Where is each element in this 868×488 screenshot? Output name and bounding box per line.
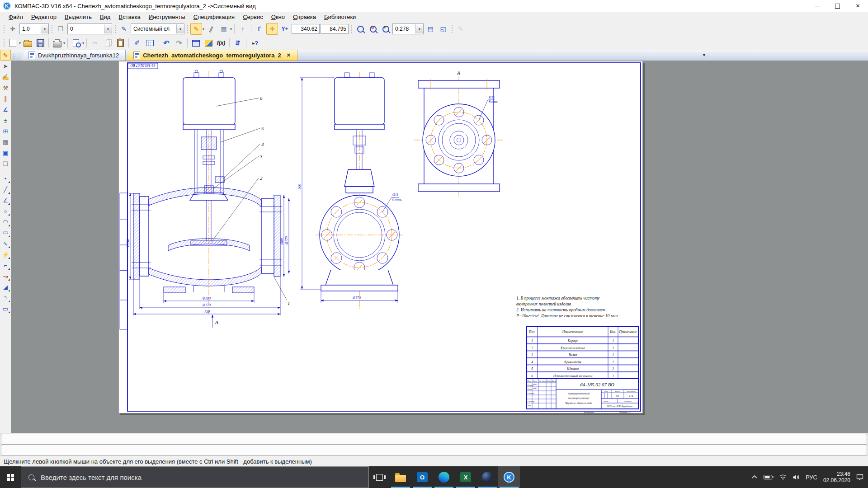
point-tool[interactable]: • xyxy=(0,173,11,184)
dimensions-panel-button[interactable]: ➤ xyxy=(0,61,11,71)
geometry-panel-button[interactable]: ✎ xyxy=(0,50,11,61)
spline-tool[interactable]: ∿ xyxy=(0,238,11,249)
redo-button[interactable] xyxy=(173,37,185,49)
context-help-button[interactable]: ? xyxy=(249,37,260,49)
chevron-down-icon[interactable]: ▾ xyxy=(82,41,84,45)
chevron-down-icon[interactable]: ▾ xyxy=(19,41,21,45)
menu-item[interactable]: Справка xyxy=(289,13,320,21)
toolbar-grip[interactable] xyxy=(350,25,353,33)
cut-button[interactable] xyxy=(89,37,101,49)
line-segment-tool[interactable]: ╱ xyxy=(0,184,11,195)
y-coordinate-field[interactable]: 84.795 xyxy=(321,24,349,34)
menu-item[interactable]: Окно xyxy=(267,13,289,21)
zoom-in-icon[interactable]: + xyxy=(380,23,392,35)
taskbar-app-button[interactable]: K xyxy=(498,466,520,488)
maximize-button[interactable] xyxy=(827,0,848,12)
taskbar-app-button[interactable] xyxy=(476,466,498,488)
battery-icon[interactable] xyxy=(764,474,774,480)
parametrization-panel-button[interactable]: ∥ xyxy=(0,93,11,104)
document-tab[interactable]: Chertezh_avtomaticheskogo_termoregulyato… xyxy=(126,50,297,61)
toolbar-grip[interactable] xyxy=(451,25,453,33)
taskbar-app-button[interactable] xyxy=(433,466,455,488)
open-button[interactable] xyxy=(22,37,33,49)
viewports-panel-button[interactable]: ⊞ xyxy=(0,126,11,136)
menu-item[interactable]: Выделить xyxy=(61,13,96,21)
menu-item[interactable]: Спецификация xyxy=(189,13,239,21)
chevron-down-icon[interactable]: ▾ xyxy=(176,24,184,33)
menu-item[interactable]: Вставка xyxy=(114,13,144,21)
circle-tool[interactable]: ○ xyxy=(0,206,11,216)
renumber-button[interactable] xyxy=(232,37,244,49)
variables-fx-button[interactable]: f(x) xyxy=(215,37,227,49)
speaker-icon[interactable] xyxy=(793,474,800,480)
round-coords-button[interactable]: Y+ xyxy=(279,23,291,35)
continuous-line-tool[interactable]: ⌐ xyxy=(0,260,11,271)
tabbar-grip[interactable] xyxy=(11,52,21,61)
save-button[interactable] xyxy=(34,37,46,49)
fillet-tool[interactable]: ◝ xyxy=(0,292,11,303)
snap-settings-button[interactable] xyxy=(266,23,278,35)
menu-item[interactable]: Сервис xyxy=(239,13,267,21)
auto-line-tool[interactable]: ⚡ xyxy=(0,249,11,260)
zoom-pan-icon[interactable] xyxy=(354,23,366,35)
insert-panel-button[interactable]: ❏ xyxy=(0,158,11,169)
taskbar-search-input[interactable]: Введите здесь текст для поиска xyxy=(21,466,369,488)
hatch-style-icon[interactable] xyxy=(205,23,217,35)
library-manager-button[interactable] xyxy=(203,37,214,49)
step-combo[interactable]: 1.0 ▾ xyxy=(19,23,49,34)
toolbar-grip[interactable] xyxy=(114,25,116,33)
x-coordinate-field[interactable]: 340.62 xyxy=(292,24,320,34)
taskbar-app-button[interactable] xyxy=(390,466,411,488)
grid-icon[interactable] xyxy=(218,23,230,35)
polyline-tool[interactable]: ∠ xyxy=(0,195,11,206)
toolbar-grip[interactable] xyxy=(51,25,53,33)
view-style-icon[interactable] xyxy=(118,23,130,35)
show-all-icon[interactable] xyxy=(437,23,449,35)
toolbar-grip[interactable] xyxy=(3,25,5,33)
filter-icon[interactable] xyxy=(455,23,467,35)
start-button[interactable] xyxy=(0,466,21,488)
menu-item[interactable]: Файл xyxy=(5,13,27,21)
layers-icon[interactable] xyxy=(55,23,66,35)
document-tab[interactable]: Dvukhpruzhinnaya_forsunka12 xyxy=(21,50,126,61)
local-cs-button[interactable]: Г xyxy=(254,23,265,35)
taskbar-app-button[interactable]: O xyxy=(411,466,433,488)
chevron-down-icon[interactable]: ▾ xyxy=(230,27,232,31)
selection-panel-button[interactable]: ± xyxy=(0,115,11,126)
measure-panel-button[interactable]: ∡ xyxy=(0,104,11,115)
arc-tool[interactable]: ◠ xyxy=(0,216,11,227)
menu-item[interactable]: Вид xyxy=(96,13,115,21)
view-combo[interactable]: Системный сл ▾ xyxy=(131,23,184,34)
line-style-button[interactable] xyxy=(190,23,202,35)
undo-button[interactable] xyxy=(160,37,172,49)
rectangle-tool[interactable]: ▭ xyxy=(0,303,11,314)
zoom-combo[interactable]: 0.278 ▾ xyxy=(392,23,424,34)
designations-panel-button[interactable]: ✍ xyxy=(0,71,11,82)
refresh-view-icon[interactable]: ↻ xyxy=(367,23,379,35)
menu-item[interactable]: Редактор xyxy=(27,13,61,21)
chamfer-tool[interactable]: ◢ xyxy=(0,282,11,292)
action-center-icon[interactable] xyxy=(856,474,863,480)
menu-item[interactable]: Инструменты xyxy=(145,13,189,21)
toolbar-grip[interactable] xyxy=(186,25,189,33)
wifi-icon[interactable] xyxy=(779,474,787,480)
ellipse-tool[interactable]: ⬭ xyxy=(0,227,11,238)
new-document-button[interactable] xyxy=(7,37,19,49)
editing-panel-button[interactable]: ⚒ xyxy=(0,82,11,93)
print-preview-button[interactable] xyxy=(70,37,82,49)
print-button[interactable] xyxy=(51,37,63,49)
chevron-down-icon[interactable]: ▾ xyxy=(203,27,204,31)
reports-panel-button[interactable]: ▣ xyxy=(0,147,11,158)
copy-properties-button[interactable] xyxy=(131,37,143,49)
cursor-step-icon[interactable] xyxy=(7,23,19,35)
chevron-down-icon[interactable]: ▾ xyxy=(104,24,112,33)
layer-combo[interactable]: 0 ▾ xyxy=(67,23,112,34)
tab-list-dropdown-icon[interactable]: ▼ xyxy=(702,53,706,57)
paste-button[interactable] xyxy=(114,37,126,49)
minimize-button[interactable] xyxy=(807,0,827,12)
chevron-down-icon[interactable]: ▾ xyxy=(63,41,65,45)
language-indicator[interactable]: РУС xyxy=(806,474,817,481)
clock[interactable]: 23:46 02.06.2020 xyxy=(823,471,850,483)
chevron-down-icon[interactable]: ▾ xyxy=(415,24,423,33)
chevron-up-icon[interactable] xyxy=(751,475,758,479)
